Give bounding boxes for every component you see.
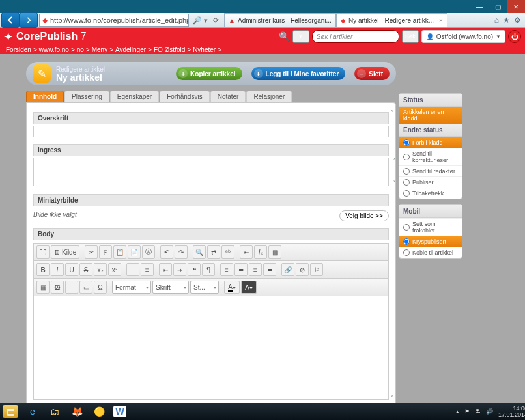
editor-body[interactable] [34,296,388,399]
refresh-icon[interactable]: ⟳ [210,16,221,25]
paste-text-icon[interactable]: 📄 [128,245,141,259]
iframe-icon[interactable]: ▭ [79,281,92,294]
maximize-button[interactable]: ▢ [489,0,507,13]
overskrift-input[interactable] [33,126,389,137]
breadcrumb-item[interactable]: FO Østfold [154,46,185,53]
source-button[interactable]: 🗎 Kilde [51,245,79,259]
browser-tab[interactable]: ◆ Ny artikkel - Redigere artikk... × [336,13,447,27]
bg-color-icon[interactable]: A▾ [241,281,257,294]
bulleted-list-icon[interactable]: ≡ [141,263,154,276]
align-left-icon[interactable]: ≡ [220,263,233,276]
mobil-option[interactable]: Kryspublisert [399,236,462,247]
anchor-icon[interactable]: ⚐ [310,263,323,276]
taskbar-explorer-icon[interactable]: 🗂 [47,405,63,418]
paste-word-icon[interactable]: Ⓦ [142,245,155,259]
table-icon[interactable]: ▦ [36,281,50,294]
radio-icon[interactable] [403,179,410,186]
show-blocks-icon[interactable]: ▦ [268,245,281,259]
tab-egenskaper[interactable]: Egenskaper [110,91,159,102]
align-right-icon[interactable]: ≡ [249,263,262,276]
redo-icon[interactable]: ↷ [175,245,188,259]
ingress-input[interactable] [33,158,389,186]
panel-scroll-up-icon[interactable]: ˄ [390,109,394,118]
header-search-button[interactable]: Søk [402,30,419,43]
mobil-option[interactable]: Sett som frakoblet [399,218,462,236]
radio-icon[interactable] [403,224,410,231]
header-search-input[interactable]: Søk i artikler [312,30,399,43]
format-select[interactable]: Format [112,281,151,294]
tray-show-hidden-icon[interactable]: ▴ [456,408,459,415]
taskbar-clock[interactable]: 14:06 17.01.2014 [498,405,525,418]
user-menu[interactable]: 👤 Ostfold (www.fo.no) ▼ [421,30,505,43]
tab-plassering[interactable]: Plassering [64,91,109,102]
cut-icon[interactable]: ✂ [85,245,98,259]
radio-icon[interactable] [403,190,410,197]
italic-icon[interactable]: I [51,263,64,276]
choose-image-button[interactable]: Velg bilde >> [339,210,389,221]
decrease-indent-icon[interactable]: ⇤ [159,263,172,276]
tab-forhandsvis[interactable]: Forhåndsvis [160,91,209,102]
search-dropdown-icon[interactable]: 🔎 ▾ [190,16,210,25]
status-option[interactable]: Tilbaketrekk [399,188,462,199]
panel-scroll-down-icon[interactable]: ˅ [390,394,394,402]
font-select[interactable]: Skrift [152,281,189,294]
tab-relasjoner[interactable]: Relasjoner [246,91,292,102]
link-icon[interactable]: 🔗 [281,263,294,276]
tools-icon[interactable]: ⚙ [514,16,521,25]
taskbar-word-icon[interactable]: W [113,406,126,417]
breadcrumb-item[interactable]: Avdelinger [115,46,146,53]
browser-back-button[interactable] [1,12,20,28]
taskbar-chrome-icon[interactable]: 🟡 [91,405,107,418]
breadcrumb-item[interactable]: Nyheter [193,46,216,53]
close-button[interactable]: ✕ [507,0,525,13]
delete-button[interactable]: − Slett [354,67,390,80]
minimize-button[interactable]: — [470,0,489,13]
status-option[interactable]: Send til korrekturleser [399,148,462,165]
subscript-icon[interactable]: x₂ [94,263,107,276]
mobil-option[interactable]: Koble til artikkel [399,247,462,258]
status-option[interactable]: Forbli kladd [399,137,462,148]
outdent-icon[interactable]: ⇤ [240,245,253,259]
special-char-icon[interactable]: Ω [94,281,107,294]
scroll-up-icon[interactable]: ˄ [393,158,396,165]
increase-indent-icon[interactable]: ⇥ [173,263,186,276]
strike-icon[interactable]: S [79,263,92,276]
scroll-down-icon[interactable]: ˅ [393,179,396,186]
div-container-icon[interactable]: ¶ [202,263,215,276]
numbered-list-icon[interactable]: ☰ [126,263,139,276]
breadcrumb-item[interactable]: Meny [92,46,107,53]
magnify-icon[interactable]: 🔍 [279,31,290,42]
browser-tab[interactable]: ▲ Administrer kurs - Fellesorgani... [224,13,336,27]
find-icon[interactable]: 🔍 [193,245,206,259]
remove-format-icon[interactable]: Iₓ [254,245,267,259]
maximize-icon[interactable]: ⛶ [36,245,50,259]
start-button[interactable]: ▤ [3,405,18,418]
tab-notater[interactable]: Notater [210,91,246,102]
tray-network-icon[interactable]: 🖧 [475,408,481,415]
superscript-icon[interactable]: x² [108,263,121,276]
replace-icon[interactable]: ⇄ [207,245,220,259]
taskbar-ie-icon[interactable]: e [25,405,40,418]
home-icon[interactable]: ⌂ [494,16,499,25]
copy-icon[interactable]: ⎘ [99,245,112,259]
breadcrumb-item[interactable]: www.fo.no [39,46,69,53]
taskbar-firefox-icon[interactable]: 🦊 [69,405,85,418]
add-favorite-button[interactable]: + Legg til i Mine favoritter [251,67,346,80]
image-icon[interactable]: 🖼 [51,281,64,294]
undo-icon[interactable]: ↶ [160,245,173,259]
power-icon[interactable]: ⏻ [508,30,521,43]
status-option[interactable]: Publiser [399,176,462,188]
favorites-icon[interactable]: ★ [503,16,510,25]
breadcrumb-item[interactable]: no [77,46,84,53]
align-center-icon[interactable]: ≣ [234,263,248,276]
radio-icon[interactable] [403,154,410,160]
radio-icon[interactable] [403,168,410,175]
unlink-icon[interactable]: ⊘ [296,263,309,276]
url-bar[interactable]: ◆ http://www.fo.no/corepublish/article_e… [39,14,189,27]
status-option[interactable]: Send til redaktør [399,165,462,176]
browser-forward-button[interactable] [20,12,38,28]
radio-icon[interactable] [403,139,410,146]
radio-icon[interactable] [403,238,410,245]
radio-icon[interactable] [403,249,410,256]
horizontal-rule-icon[interactable]: — [65,281,78,294]
